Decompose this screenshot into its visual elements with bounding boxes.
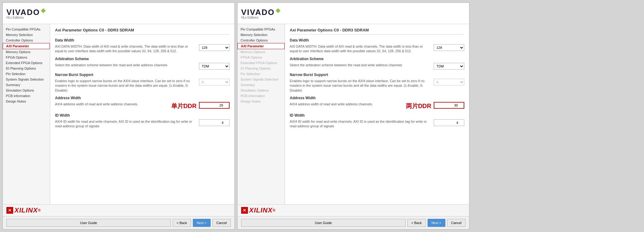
sidebar-item-pin-compatible-fpgas[interactable]: Pin Compatible FPGAs [3, 27, 50, 32]
section-title-3: Address Width [55, 96, 230, 100]
field-control-1-0[interactable]: TDMRR [199, 63, 230, 70]
vivado-logo: VIVADO HLx Editions [6, 8, 46, 19]
section-title-0: Data Width [55, 38, 230, 42]
select-0-0[interactable]: 3264128256512 [199, 44, 230, 51]
user-guide-button[interactable]: User Guide [241, 219, 406, 227]
main-content: Axi Parameter Options C0 - DDR3 SDRAMDat… [50, 24, 234, 204]
sidebar-item-pcb-information[interactable]: PCB information [3, 93, 50, 99]
field-desc-2-0: Enables logic to support narrow bursts o… [290, 79, 431, 93]
field-control-0-0[interactable]: 3264128256512 [434, 44, 464, 51]
field-control-2-0[interactable]: 01 [434, 79, 464, 85]
section-title-1: Arbitration Scheme [290, 57, 464, 61]
field-control-1-0[interactable]: TDMRR [434, 63, 464, 70]
field-desc-4-0: AXI4 ID width for read and write channel… [290, 119, 431, 129]
xilinx-footer: ✕ XILINX® [3, 204, 234, 216]
field-row-2-0: Enables logic to support narrow bursts o… [55, 79, 230, 93]
field-control-3-0[interactable] [434, 102, 464, 109]
dialog-2: VIVADO HLx Editions Pin Compatible FPGAs… [237, 2, 469, 230]
field-desc-1-0: Select the arbitration scheme between th… [55, 63, 197, 67]
field-control-0-0[interactable]: 3264128256512 [199, 44, 230, 51]
sidebar-item-summary: Summary [237, 82, 285, 88]
field-row-1-0: Select the arbitration scheme between th… [290, 63, 464, 70]
sidebar-item-axi-parameter[interactable]: AXI Parameter [3, 43, 50, 49]
sidebar-item-controller-options[interactable]: Controller Options [237, 38, 285, 43]
sidebar-item-system-signals-selection: System Signals Selection [237, 77, 285, 82]
select-1-0[interactable]: TDMRR [434, 63, 464, 70]
dialog-header: VIVADO HLx Editions [237, 3, 469, 24]
sidebar-item-controller-options[interactable]: Controller Options [3, 38, 50, 43]
sidebar-item-system-signals-selection[interactable]: System Signals Selection [3, 77, 50, 82]
vivado-subtitle: HLx Editions [241, 16, 258, 19]
back-button[interactable]: < Back [407, 219, 426, 227]
xilinx-dot: ® [273, 208, 275, 212]
spinbox-4-0[interactable] [434, 119, 464, 126]
select-0-0[interactable]: 3264128256512 [434, 44, 464, 51]
section-title-2: Narrow Burst Support [290, 73, 464, 77]
sidebar-item-pin-selection[interactable]: Pin Selection [3, 71, 50, 77]
sidebar-item-fpga-options[interactable]: FPGA Options [3, 55, 50, 60]
next-button[interactable]: Next > [193, 219, 211, 227]
field-control-3-0[interactable] [199, 102, 230, 109]
field-desc-4-0: AXI4 ID width for read and write channel… [55, 119, 197, 129]
back-button[interactable]: < Back [173, 219, 191, 227]
sidebar-item-summary[interactable]: Summary [3, 82, 50, 88]
dialog-body: Pin Compatible FPGAsMemory SelectionCont… [3, 24, 234, 204]
xilinx-text: XILINX [14, 206, 38, 214]
sidebar-item-memory-selection[interactable]: Memory Selection [237, 32, 285, 38]
field-row-4-0: AXI4 ID width for read and write channel… [55, 119, 230, 129]
section-title-4: ID Width [55, 113, 230, 118]
spinbox-4-0[interactable] [199, 119, 230, 126]
field-control-2-0[interactable]: 01 [199, 79, 230, 85]
cancel-button[interactable]: Cancel [212, 219, 231, 227]
field-desc-3-0: AXI4 address width of read and write add… [55, 102, 166, 107]
vivado-leaf-icon [41, 8, 46, 13]
sidebar-item-simulation-options: Simulation Options [237, 88, 285, 93]
section-title-2: Narrow Burst Support [55, 73, 230, 77]
select-disabled-2-0: 01 [199, 79, 230, 85]
main-content: Axi Parameter Options C0 - DDR3 SDRAMDat… [285, 24, 469, 204]
section-title-1: Arbitration Scheme [55, 57, 230, 61]
annotation-label: 单片DDR [171, 102, 197, 110]
cancel-button[interactable]: Cancel [447, 219, 466, 227]
sidebar-item-design-notes: Design Notes [237, 99, 285, 104]
sidebar-item-io-planning-options: IO Planning Options [237, 66, 285, 71]
section-title-4: ID Width [290, 113, 464, 118]
field-row-3-0: AXI4 address width of read and write add… [290, 102, 464, 110]
vivado-logo: VIVADO HLx Editions [241, 8, 281, 19]
sidebar: Pin Compatible FPGAsMemory SelectionCont… [3, 24, 50, 204]
sidebar-item-io-planning-options[interactable]: IO Planning Options [3, 66, 50, 71]
dialog-header: VIVADO HLx Editions [3, 3, 234, 24]
select-1-0[interactable]: TDMRR [199, 63, 230, 70]
sidebar-item-pin-compatible-fpgas[interactable]: Pin Compatible FPGAs [237, 27, 285, 32]
spinbox-red-3-0[interactable] [199, 102, 230, 109]
sidebar-item-fpga-options: FPGA Options [237, 55, 285, 60]
field-row-0-0: AXI DATA WIDTH: Data width of AXI read &… [290, 44, 464, 54]
page-title: Axi Parameter Options C0 - DDR3 SDRAM [55, 28, 230, 34]
sidebar-item-pin-selection: Pin Selection [237, 71, 285, 77]
dialog-footer: User Guide< BackNext >Cancel [237, 216, 469, 229]
dialog-1: VIVADO HLx Editions Pin Compatible FPGAs… [2, 2, 235, 230]
field-control-4-0[interactable] [199, 119, 230, 126]
sidebar-item-axi-parameter[interactable]: AXI Parameter [237, 43, 285, 49]
vivado-leaf-icon [276, 8, 281, 13]
xilinx-text: XILINX [249, 206, 273, 214]
sidebar-item-memory-selection[interactable]: Memory Selection [3, 32, 50, 38]
sidebar-item-pcb-information: PCB information [237, 93, 285, 99]
sidebar-item-simulation-options[interactable]: Simulation Options [3, 88, 50, 93]
page-title: Axi Parameter Options C0 - DDR3 SDRAM [290, 28, 464, 34]
field-desc-1-0: Select the arbitration scheme between th… [290, 63, 431, 67]
field-row-4-0: AXI4 ID width for read and write channel… [290, 119, 464, 129]
sidebar-item-extended-fpga-options: Extended FPGA Options [237, 60, 285, 66]
sidebar: Pin Compatible FPGAsMemory SelectionCont… [237, 24, 285, 204]
user-guide-button[interactable]: User Guide [6, 219, 171, 227]
field-control-4-0[interactable] [434, 119, 464, 126]
sidebar-item-design-notes[interactable]: Design Notes [3, 99, 50, 104]
sidebar-item-extended-fpga-options[interactable]: Extended FPGA Options [3, 60, 50, 66]
sidebar-item-memory-options[interactable]: Memory Options [3, 49, 50, 55]
xilinx-logo: ✕ XILINX® [241, 206, 275, 214]
xilinx-footer: ✕ XILINX® [237, 204, 469, 216]
xilinx-dot: ® [38, 208, 41, 212]
field-desc-3-0: AXI4 address width of read and write add… [290, 102, 400, 107]
next-button[interactable]: Next > [428, 219, 445, 227]
spinbox-red-3-0[interactable] [434, 102, 464, 109]
